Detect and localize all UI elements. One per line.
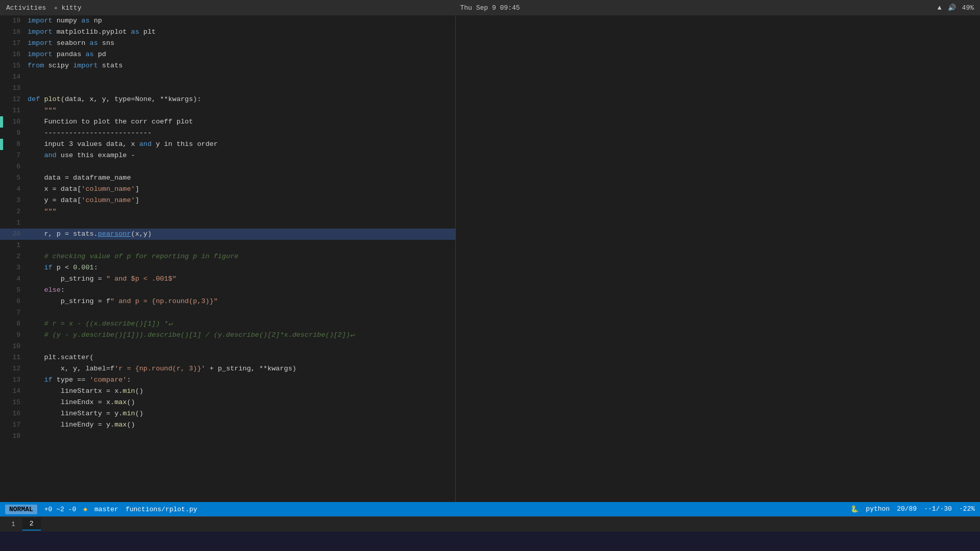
line-number: 12 xyxy=(3,94,24,105)
code-area-lower: 12 # checking value of p for reporting p… xyxy=(0,240,455,442)
line-number: 16 xyxy=(3,408,24,419)
line-number: 5 xyxy=(3,172,24,184)
line-number: 13 xyxy=(3,83,24,94)
code-line: 2 # checking value of p for reporting p … xyxy=(0,251,455,262)
top-bar: Activities ✕ kitty Thu Sep 9 09:45 ▲ 🔊 4… xyxy=(0,0,980,15)
current-line-20: 20 r, p = stats.pearsonr(x,y) xyxy=(0,229,455,240)
line-code: lineEndy = y.max() xyxy=(24,419,455,431)
code-line: 9 # (y - y.describe()[1])).describe()[1]… xyxy=(0,330,455,341)
line-code: def plot(data, x, y, type=None, **kwargs… xyxy=(24,94,455,105)
line-number: 6 xyxy=(3,161,24,172)
code-line: 2 """ xyxy=(0,206,455,217)
line-number: 14 xyxy=(3,386,24,397)
line-code: import pandas as pd xyxy=(24,49,455,60)
line-code: data = dataframe_name xyxy=(24,172,455,184)
code-line: 11 plt.scatter( xyxy=(0,352,455,363)
code-line: 17import seaborn as sns xyxy=(0,38,455,49)
python-icon: 🐍 xyxy=(850,505,859,513)
line-code: from scipy import stats xyxy=(24,60,455,71)
activities-label[interactable]: Activities xyxy=(6,4,46,12)
line-code: import numpy as np xyxy=(24,15,455,27)
code-line: 6 p_string = f" and p = {np.round(p,3)}" xyxy=(0,296,455,307)
line-code: import matplotlib.pyplot as plt xyxy=(24,27,455,38)
line-position: 20/89 xyxy=(897,505,917,513)
line-number: 15 xyxy=(3,60,24,71)
line-code: x = data['column_name'] xyxy=(24,184,455,195)
code-line: 18import matplotlib.pyplot as plt xyxy=(0,27,455,38)
line-code: import seaborn as sns xyxy=(24,38,455,49)
close-icon[interactable]: ✕ xyxy=(54,5,58,11)
code-panel[interactable]: 19import numpy as np18import matplotlib.… xyxy=(0,15,456,502)
code-line: 14 lineStartx = x.min() xyxy=(0,386,455,397)
line-code: lineStartx = x.min() xyxy=(24,386,455,397)
status-bar: NORMAL +0 ~2 -0 ◆ master functions/rplot… xyxy=(0,502,980,516)
code-line: 10 Function to plot the corr coeff plot xyxy=(0,116,455,128)
vim-mode: NORMAL xyxy=(5,505,37,514)
code-line: 7 xyxy=(0,307,455,318)
line-code: input 3 values data, x and y in this ord… xyxy=(24,139,455,150)
branch-name: master xyxy=(94,506,118,513)
line-code: # checking value of p for reporting p in… xyxy=(24,251,455,262)
line-number: 3 xyxy=(3,195,24,206)
line-code: p_string = f" and p = {np.round(p,3)}" xyxy=(24,296,455,307)
line-number: 7 xyxy=(3,150,24,161)
line-number: 6 xyxy=(3,296,24,307)
line-number: 10 xyxy=(3,341,24,352)
code-line: 3 y = data['column_name'] xyxy=(0,195,455,206)
code-line: 5 else: xyxy=(0,285,455,296)
code-line: 1 xyxy=(0,240,455,251)
line-number: 13 xyxy=(3,374,24,386)
code-area-upper: 19import numpy as np18import matplotlib.… xyxy=(0,15,455,229)
datetime: Thu Sep 9 09:45 xyxy=(460,4,520,12)
line-code: lineEndx = x.max() xyxy=(24,397,455,408)
line-code: plt.scatter( xyxy=(24,352,455,363)
code-line: 8 input 3 values data, x and y in this o… xyxy=(0,139,455,150)
code-line: 11 """ xyxy=(0,105,455,116)
line-code: x, y, label=f'r = {np.round(r, 3)}' + p_… xyxy=(24,363,455,374)
filepath: functions/rplot.py xyxy=(126,506,197,513)
code-line: 15from scipy import stats xyxy=(0,60,455,71)
code-line: 6 xyxy=(0,161,455,172)
line-number: 9 xyxy=(3,128,24,139)
line-number: 4 xyxy=(3,184,24,195)
line-code: """ xyxy=(24,105,455,116)
code-line: 19import numpy as np xyxy=(0,15,455,27)
line-code: # r = x - ((x.describe()[1]) *↵ xyxy=(24,318,455,330)
line-number: 3 xyxy=(3,262,24,273)
line-number: 2 xyxy=(3,206,24,217)
line-number: 14 xyxy=(3,71,24,83)
code-line: 14 xyxy=(0,71,455,83)
code-line: 8 # r = x - ((x.describe()[1]) *↵ xyxy=(0,318,455,330)
git-changes: +0 ~2 -0 xyxy=(44,506,76,513)
code-line: 15 lineEndx = x.max() xyxy=(0,397,455,408)
editor-container: 19import numpy as np18import matplotlib.… xyxy=(0,15,980,502)
line-code: y = data['column_name'] xyxy=(24,195,455,206)
line-number: 5 xyxy=(3,285,24,296)
line-number: 12 xyxy=(3,363,24,374)
line-code: if p < 0.001: xyxy=(24,262,455,273)
code-line: 5 data = dataframe_name xyxy=(0,172,455,184)
language: python xyxy=(866,505,890,513)
code-line: 7 and use this example - xyxy=(0,150,455,161)
line-code: r, p = stats.pearsonr(x,y) xyxy=(24,229,455,240)
line-code: # (y - y.describe()[1])).describe()[1] /… xyxy=(24,330,455,341)
network-icon: ▲ xyxy=(938,4,942,12)
line-code: Function to plot the corr coeff plot xyxy=(24,116,455,128)
code-line: 3 if p < 0.001: xyxy=(0,262,455,273)
code-line: 13 xyxy=(0,83,455,94)
line-code: if type == 'compare': xyxy=(24,374,455,386)
tab-1[interactable]: 1 xyxy=(4,518,22,530)
line-number: 19 xyxy=(3,15,24,27)
line-number: 9 xyxy=(3,330,24,341)
tab-2[interactable]: 2 xyxy=(22,518,41,531)
code-line: 17 lineEndy = y.max() xyxy=(0,419,455,431)
line-number: 11 xyxy=(3,105,24,116)
line-number: 15 xyxy=(3,397,24,408)
line-number: 7 xyxy=(3,307,24,318)
line-number: 8 xyxy=(3,139,24,150)
line-code: -------------------------- xyxy=(24,128,455,139)
line-number: 4 xyxy=(3,273,24,285)
line-code: """ xyxy=(24,206,455,217)
code-line: 13 if type == 'compare': xyxy=(0,374,455,386)
app-tab[interactable]: ✕ kitty xyxy=(54,4,81,12)
